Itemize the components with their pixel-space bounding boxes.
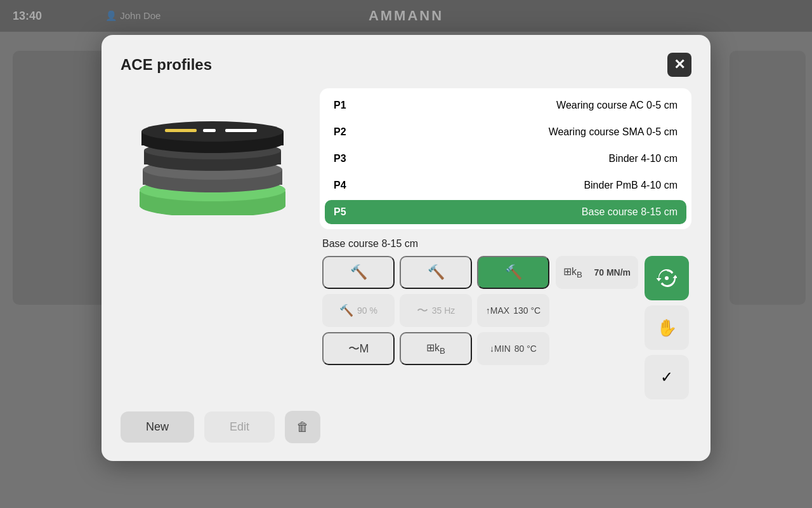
svg-point-15: [665, 276, 669, 280]
profile-item-p4[interactable]: P4 Binder PmB 4-10 cm: [325, 173, 686, 197]
cycle-icon: [657, 268, 677, 288]
hammer-icon-3: 🔨: [505, 264, 522, 281]
profile-item-p5[interactable]: P5 Base course 8-15 cm: [325, 200, 686, 224]
temp-min-value: 80 °C: [514, 344, 537, 354]
hand-action-btn[interactable]: ✋: [645, 305, 689, 350]
hammer-btn-3[interactable]: 🔨: [477, 256, 549, 289]
amplitude-cell: 🔨 90 %: [322, 294, 395, 327]
profile-list: P1 Wearing course AC 0-5 cm P2 Wearing c…: [320, 88, 691, 229]
profile-item-p3[interactable]: P3 Binder 4-10 cm: [325, 147, 686, 171]
profile-item-p2[interactable]: P2 Wearing course SMA 0-5 cm: [325, 120, 686, 144]
stiffness-cell: ⊞kB 70 MN/m: [556, 256, 638, 289]
profile-name-p4: Binder PmB 4-10 cm: [584, 180, 678, 191]
road-layers-svg: [127, 101, 298, 215]
modal-title: ACE profiles: [121, 56, 212, 74]
kb-btn[interactable]: ⊞kB: [400, 332, 472, 365]
right-panel: P1 Wearing course AC 0-5 cm P2 Wearing c…: [320, 88, 691, 399]
ace-profiles-modal: ACE profiles ✕: [102, 35, 710, 461]
amplitude-icon: 🔨: [339, 304, 353, 318]
temp-max-value: 130 °C: [513, 305, 540, 316]
details-title: Base course 8-15 cm: [322, 238, 689, 250]
frequency-value: 35 Hz: [432, 305, 455, 316]
frequency-icon: 〜: [417, 303, 428, 318]
frequency-cell: 〜 35 Hz: [400, 294, 472, 327]
stiffness-icon: ⊞kB: [563, 265, 582, 279]
svg-rect-14: [203, 129, 216, 132]
temp-min-icon: ↓MIN: [490, 344, 511, 354]
modal-header: ACE profiles ✕: [121, 53, 691, 77]
profile-item-p1[interactable]: P1 Wearing course AC 0-5 cm: [325, 93, 686, 117]
hammer-icon-1: 🔨: [350, 264, 367, 281]
asphalt-illustration: [121, 88, 304, 215]
hammer-icon-2: 🔨: [428, 264, 445, 281]
delete-icon: 🗑: [296, 420, 309, 434]
details-grid: 🔨 🔨 🔨 🔨 90 %: [322, 256, 549, 365]
profile-id-p2: P2: [334, 126, 358, 138]
profile-id-p3: P3: [334, 153, 358, 164]
close-button[interactable]: ✕: [667, 53, 691, 77]
cycle-action-btn[interactable]: [645, 256, 689, 300]
details-section: Base course 8-15 cm 🔨 🔨 🔨: [320, 238, 691, 399]
action-column: ✋ ✓: [645, 256, 689, 399]
profile-name-p5: Base course 8-15 cm: [582, 206, 678, 218]
delete-button[interactable]: 🗑: [285, 411, 320, 443]
svg-rect-13: [225, 129, 257, 132]
profile-name-p3: Binder 4-10 cm: [609, 153, 678, 164]
checkmark-icon: ✓: [660, 368, 673, 386]
temp-max-icon: ↑MAX: [486, 305, 509, 316]
confirm-action-btn[interactable]: ✓: [645, 355, 689, 399]
waveform-btn[interactable]: 〜M: [322, 332, 395, 365]
temp-min-cell: ↓MIN 80 °C: [477, 332, 549, 365]
stiffness-section: ⊞kB 70 MN/m: [556, 256, 638, 289]
kb-icon: ⊞kB: [426, 342, 445, 356]
hand-icon: ✋: [657, 318, 677, 338]
stiffness-value: 70 MN/m: [594, 267, 631, 277]
svg-rect-12: [165, 129, 197, 132]
profile-id-p4: P4: [334, 180, 358, 191]
profile-id-p1: P1: [334, 100, 358, 111]
details-and-actions: 🔨 🔨 🔨 🔨 90 %: [322, 256, 689, 399]
profile-id-p5: P5: [334, 206, 358, 218]
amplitude-value: 90 %: [357, 305, 377, 316]
profile-name-p2: Wearing course SMA 0-5 cm: [549, 126, 678, 138]
temp-max-cell: ↑MAX 130 °C: [477, 294, 549, 327]
edit-button[interactable]: Edit: [204, 411, 275, 443]
hammer-btn-1[interactable]: 🔨: [322, 256, 395, 289]
new-button[interactable]: New: [121, 411, 194, 443]
modal-body: P1 Wearing course AC 0-5 cm P2 Wearing c…: [121, 88, 691, 399]
modal-footer: New Edit 🗑: [121, 411, 691, 443]
hammer-btn-2[interactable]: 🔨: [400, 256, 472, 289]
waveform-icon: 〜M: [348, 341, 369, 356]
profile-name-p1: Wearing course AC 0-5 cm: [556, 100, 678, 111]
